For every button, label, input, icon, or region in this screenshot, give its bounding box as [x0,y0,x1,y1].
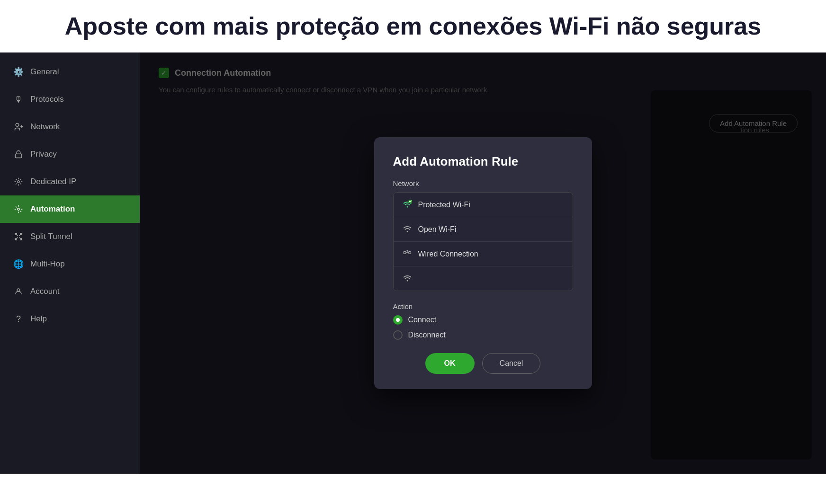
network-option-wired[interactable]: Wired Connection [394,242,573,266]
add-automation-rule-modal: Add Automation Rule Network [374,137,592,389]
lock-icon [13,149,24,159]
sidebar: ⚙️ General 🎙 Protocols Network Privacy [0,53,140,474]
sidebar-item-privacy[interactable]: Privacy [0,141,140,168]
multi-hop-icon: 🌐 [13,259,24,269]
sidebar-item-dedicated-ip[interactable]: Dedicated IP [0,168,140,195]
sidebar-item-network[interactable]: Network [0,113,140,141]
top-banner: Aposte com mais proteção em conexões Wi-… [0,0,826,53]
wifi-open-icon [402,224,413,235]
banner-title: Aposte com mais proteção em conexões Wi-… [38,11,788,41]
network-option-custom[interactable] [394,266,573,291]
radio-connect-dot[interactable] [393,315,403,325]
sidebar-item-split-tunnel[interactable]: Split Tunnel [0,223,140,250]
sidebar-label-account: Account [30,287,59,296]
help-icon: ? [13,314,24,324]
sidebar-label-automation: Automation [30,204,75,214]
ok-button[interactable]: OK [425,353,475,374]
wifi-protected-icon [402,199,413,210]
split-tunnel-icon [13,231,24,242]
network-option-open-wifi[interactable]: Open Wi-Fi [394,217,573,242]
svg-rect-3 [15,154,22,158]
svg-rect-9 [409,252,411,254]
app-window: ⚙️ General 🎙 Protocols Network Privacy [0,53,826,474]
svg-point-5 [18,208,20,211]
gear-icon: ⚙️ [13,67,24,77]
network-option-label: Open Wi-Fi [418,225,457,234]
sidebar-item-help[interactable]: ? Help [0,305,140,333]
cancel-button[interactable]: Cancel [482,353,541,374]
radio-disconnect-label: Disconnect [408,331,446,339]
account-icon [13,286,24,297]
wired-icon [402,248,413,259]
sidebar-label-help: Help [30,314,47,324]
network-section-label: Network [393,179,573,187]
sidebar-item-multi-hop[interactable]: 🌐 Multi-Hop [0,250,140,278]
radio-connect[interactable]: Connect [393,315,573,325]
radio-connect-label: Connect [408,316,437,324]
network-option-label: Protected Wi-Fi [418,201,470,209]
sidebar-label-network: Network [30,122,60,132]
sidebar-label-general: General [30,67,59,77]
action-section-label: Action [393,302,573,310]
sidebar-item-protocols[interactable]: 🎙 Protocols [0,86,140,113]
modal-title: Add Automation Rule [393,154,573,169]
main-content: ✓ Connection Automation You can configur… [140,53,826,474]
sidebar-item-account[interactable]: Account [0,278,140,305]
network-option-label: Wired Connection [418,250,478,258]
network-icon [13,122,24,132]
protocols-icon: 🎙 [13,94,24,105]
sidebar-label-split-tunnel: Split Tunnel [30,232,72,241]
dedicated-ip-icon [13,177,24,187]
svg-rect-8 [404,252,406,254]
automation-icon [13,204,24,214]
sidebar-label-dedicated-ip: Dedicated IP [30,177,76,186]
radio-disconnect[interactable]: Disconnect [393,330,573,340]
action-section: Action Connect Disconnect [393,302,573,340]
sidebar-label-privacy: Privacy [30,150,57,159]
radio-disconnect-dot[interactable] [393,330,403,340]
network-option-protected-wifi[interactable]: Protected Wi-Fi [394,193,573,217]
sidebar-label-multi-hop: Multi-Hop [30,259,65,269]
sidebar-item-automation[interactable]: Automation [0,195,140,223]
modal-footer: OK Cancel [393,353,573,374]
network-list: Protected Wi-Fi Open Wi-Fi [393,192,573,291]
svg-point-4 [18,181,20,183]
svg-point-0 [16,124,19,127]
sidebar-label-protocols: Protocols [30,95,64,104]
sidebar-item-general[interactable]: ⚙️ General [0,58,140,86]
wifi-custom-icon [402,273,413,284]
